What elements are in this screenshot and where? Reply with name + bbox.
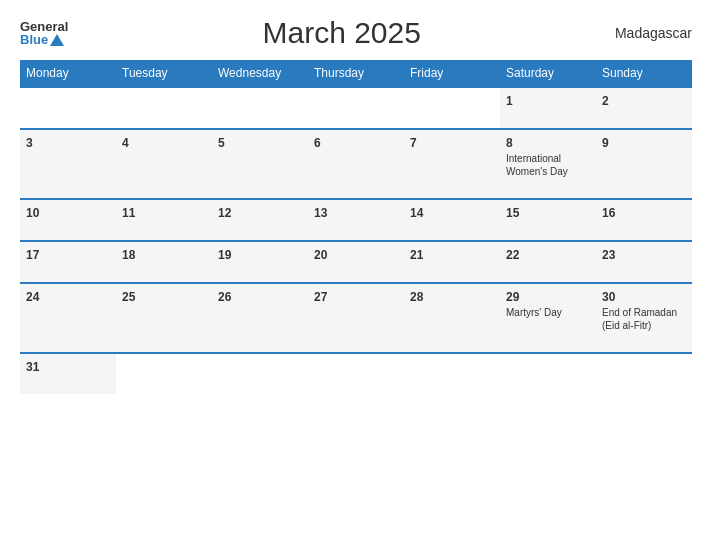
- calendar-cell: 6: [308, 129, 404, 199]
- day-number: 18: [122, 248, 206, 262]
- calendar-cell: 12: [212, 199, 308, 241]
- calendar-cell: 16: [596, 199, 692, 241]
- calendar-cell: [116, 353, 212, 394]
- day-number: 17: [26, 248, 110, 262]
- calendar-cell: 1: [500, 87, 596, 129]
- day-number: 20: [314, 248, 398, 262]
- calendar-cell: [404, 353, 500, 394]
- calendar-week-row: 31: [20, 353, 692, 394]
- day-number: 21: [410, 248, 494, 262]
- calendar-cell: 23: [596, 241, 692, 283]
- day-number: 26: [218, 290, 302, 304]
- day-number: 10: [26, 206, 110, 220]
- calendar-cell: 15: [500, 199, 596, 241]
- day-number: 22: [506, 248, 590, 262]
- calendar-cell: 25: [116, 283, 212, 353]
- day-number: 9: [602, 136, 686, 150]
- calendar-title: March 2025: [262, 16, 420, 50]
- calendar-week-row: 17181920212223: [20, 241, 692, 283]
- calendar-cell: [20, 87, 116, 129]
- day-number: 12: [218, 206, 302, 220]
- country-label: Madagascar: [615, 25, 692, 41]
- calendar-cell: 17: [20, 241, 116, 283]
- page-header: General Blue March 2025 Madagascar: [20, 16, 692, 50]
- calendar-cell: 22: [500, 241, 596, 283]
- day-number: 15: [506, 206, 590, 220]
- calendar-cell: [212, 353, 308, 394]
- calendar-header-row: MondayTuesdayWednesdayThursdayFridaySatu…: [20, 60, 692, 87]
- calendar-cell: 21: [404, 241, 500, 283]
- day-number: 29: [506, 290, 590, 304]
- day-number: 27: [314, 290, 398, 304]
- calendar-cell: 18: [116, 241, 212, 283]
- day-number: 11: [122, 206, 206, 220]
- calendar-week-row: 12: [20, 87, 692, 129]
- calendar-cell: 29Martyrs' Day: [500, 283, 596, 353]
- event-label: International Women's Day: [506, 152, 590, 178]
- calendar-week-row: 242526272829Martyrs' Day30End of Ramadan…: [20, 283, 692, 353]
- column-header-monday: Monday: [20, 60, 116, 87]
- calendar-cell: 31: [20, 353, 116, 394]
- calendar-cell: 28: [404, 283, 500, 353]
- day-number: 16: [602, 206, 686, 220]
- calendar-cell: 11: [116, 199, 212, 241]
- day-number: 4: [122, 136, 206, 150]
- calendar-cell: 24: [20, 283, 116, 353]
- calendar-cell: 10: [20, 199, 116, 241]
- calendar-cell: 7: [404, 129, 500, 199]
- calendar-cell: [212, 87, 308, 129]
- calendar-cell: 20: [308, 241, 404, 283]
- day-number: 24: [26, 290, 110, 304]
- day-number: 6: [314, 136, 398, 150]
- calendar-cell: 30End of Ramadan (Eid al-Fitr): [596, 283, 692, 353]
- day-number: 3: [26, 136, 110, 150]
- day-number: 31: [26, 360, 110, 374]
- day-number: 30: [602, 290, 686, 304]
- calendar-cell: 5: [212, 129, 308, 199]
- calendar-cell: 2: [596, 87, 692, 129]
- calendar-cell: [404, 87, 500, 129]
- calendar-cell: 19: [212, 241, 308, 283]
- calendar-cell: [308, 353, 404, 394]
- logo-blue-text: Blue: [20, 33, 64, 46]
- day-number: 19: [218, 248, 302, 262]
- day-number: 25: [122, 290, 206, 304]
- calendar-cell: [596, 353, 692, 394]
- logo-triangle-icon: [50, 34, 64, 46]
- day-number: 7: [410, 136, 494, 150]
- calendar-cell: 26: [212, 283, 308, 353]
- day-number: 13: [314, 206, 398, 220]
- event-label: End of Ramadan (Eid al-Fitr): [602, 306, 686, 332]
- column-header-wednesday: Wednesday: [212, 60, 308, 87]
- day-number: 1: [506, 94, 590, 108]
- calendar-cell: 27: [308, 283, 404, 353]
- day-number: 5: [218, 136, 302, 150]
- calendar-cell: 8International Women's Day: [500, 129, 596, 199]
- day-number: 23: [602, 248, 686, 262]
- day-number: 28: [410, 290, 494, 304]
- calendar-cell: [500, 353, 596, 394]
- calendar-cell: 4: [116, 129, 212, 199]
- day-number: 8: [506, 136, 590, 150]
- calendar-cell: 9: [596, 129, 692, 199]
- column-header-friday: Friday: [404, 60, 500, 87]
- calendar-cell: [308, 87, 404, 129]
- column-header-sunday: Sunday: [596, 60, 692, 87]
- calendar-cell: 14: [404, 199, 500, 241]
- column-header-tuesday: Tuesday: [116, 60, 212, 87]
- calendar-cell: 13: [308, 199, 404, 241]
- logo: General Blue: [20, 20, 68, 46]
- day-number: 14: [410, 206, 494, 220]
- calendar-week-row: 10111213141516: [20, 199, 692, 241]
- calendar-cell: [116, 87, 212, 129]
- calendar-week-row: 345678International Women's Day9: [20, 129, 692, 199]
- calendar-cell: 3: [20, 129, 116, 199]
- column-header-saturday: Saturday: [500, 60, 596, 87]
- column-header-thursday: Thursday: [308, 60, 404, 87]
- event-label: Martyrs' Day: [506, 306, 590, 319]
- calendar-table: MondayTuesdayWednesdayThursdayFridaySatu…: [20, 60, 692, 394]
- day-number: 2: [602, 94, 686, 108]
